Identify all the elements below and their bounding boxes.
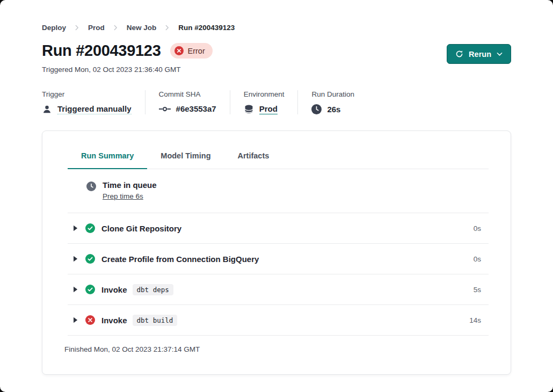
command-chip: dbt deps (133, 284, 173, 295)
status-badge: Error (170, 43, 213, 59)
breadcrumb: Deploy Prod New Job Run #200439123 (42, 0, 511, 32)
tab-run-summary[interactable]: Run Summary (68, 151, 147, 169)
breadcrumb-prod[interactable]: Prod (88, 24, 105, 32)
header: Run #200439123 Error Triggered Mon, 02 O… (42, 42, 511, 74)
database-icon (244, 104, 254, 114)
chevron-down-icon (497, 52, 503, 56)
step-name: Clone Git Repository (101, 224, 181, 233)
duration-value: 26s (327, 105, 340, 114)
caret-right-icon[interactable] (73, 286, 78, 293)
step-name: Invoke (101, 285, 127, 294)
meta-duration: Run Duration 26s (311, 90, 368, 114)
x-circle-icon (174, 46, 184, 55)
status-badge-label: Error (188, 47, 205, 55)
run-summary-card: Run Summary Model Timing Artifacts Time … (42, 130, 511, 375)
tab-bar: Run Summary Model Timing Artifacts (68, 151, 489, 169)
meta-trigger: Trigger Triggered manually (42, 90, 145, 114)
environment-link[interactable]: Prod (259, 104, 278, 114)
run-meta-row: Trigger Triggered manually Commit SHA #6… (42, 90, 511, 114)
breadcrumb-new-job[interactable]: New Job (127, 24, 157, 32)
step-duration: 0s (474, 255, 489, 263)
prep-time-link[interactable]: Prep time 6s (103, 192, 143, 200)
clock-icon (311, 104, 322, 114)
finished-timestamp: Finished Mon, 02 Oct 2023 21:37:14 GMT (42, 336, 511, 353)
git-commit-icon (159, 106, 171, 112)
tab-artifacts[interactable]: Artifacts (224, 151, 283, 169)
page-title: Run #200439123 (42, 42, 161, 60)
check-circle-icon (85, 254, 95, 264)
triggered-timestamp: Triggered Mon, 02 Oct 2023 21:36:40 GMT (42, 66, 213, 74)
person-icon (42, 104, 52, 114)
meta-duration-label: Run Duration (311, 90, 354, 98)
chevron-right-icon (165, 25, 169, 31)
meta-commit-label: Commit SHA (159, 90, 216, 98)
step-row-dbt-build[interactable]: Invoke dbt build 14s (68, 305, 489, 336)
meta-trigger-label: Trigger (42, 90, 132, 98)
chevron-right-icon (75, 25, 79, 31)
step-row-dbt-deps[interactable]: Invoke dbt deps 5s (68, 274, 489, 305)
queue-title: Time in queue (103, 180, 157, 190)
x-circle-icon (85, 315, 95, 325)
step-duration: 14s (469, 316, 489, 324)
check-circle-icon (85, 223, 95, 233)
step-name: Invoke (101, 316, 127, 325)
caret-right-icon[interactable] (73, 317, 78, 323)
run-detail-page: Deploy Prod New Job Run #200439123 Run #… (0, 0, 553, 392)
trigger-value[interactable]: Triggered manually (57, 104, 132, 114)
tab-model-timing[interactable]: Model Timing (147, 151, 224, 169)
commit-sha-value: #6e3553a7 (176, 104, 216, 113)
rerun-button-label: Rerun (469, 50, 491, 59)
command-chip: dbt build (133, 315, 178, 326)
check-circle-icon (85, 285, 95, 294)
refresh-icon (455, 50, 463, 58)
breadcrumb-deploy[interactable]: Deploy (42, 24, 66, 32)
meta-commit: Commit SHA #6e3553a7 (159, 90, 230, 114)
step-duration: 0s (474, 224, 489, 233)
meta-environment: Environment Prod (244, 90, 299, 114)
clock-icon (86, 182, 96, 191)
caret-right-icon[interactable] (73, 256, 78, 262)
meta-environment-label: Environment (244, 90, 285, 98)
rerun-button[interactable]: Rerun (447, 44, 511, 64)
chevron-right-icon (114, 25, 118, 31)
breadcrumb-current: Run #200439123 (178, 24, 235, 32)
step-row-clone-git[interactable]: Clone Git Repository 0s (68, 213, 489, 244)
step-duration: 5s (474, 286, 489, 294)
time-in-queue-row: Time in queue Prep time 6s (68, 169, 489, 213)
caret-right-icon[interactable] (73, 225, 78, 231)
step-row-create-profile[interactable]: Create Profile from Connection BigQuery … (68, 244, 489, 274)
step-name: Create Profile from Connection BigQuery (101, 255, 259, 264)
